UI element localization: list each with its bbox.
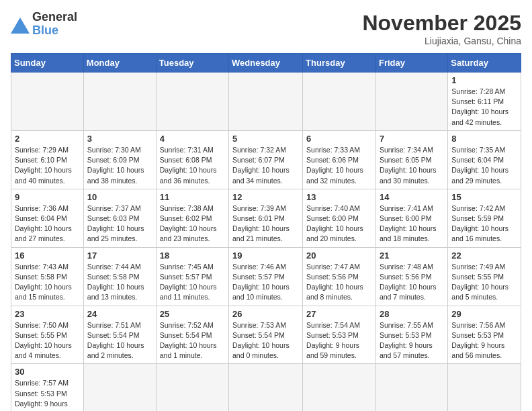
day-info: Sunrise: 7:32 AM Sunset: 6:07 PM Dayligh… bbox=[232, 145, 299, 186]
day-info: Sunrise: 7:43 AM Sunset: 5:58 PM Dayligh… bbox=[15, 262, 80, 303]
calendar-cell: 16Sunrise: 7:43 AM Sunset: 5:58 PM Dayli… bbox=[11, 247, 84, 306]
day-info: Sunrise: 7:56 AM Sunset: 5:53 PM Dayligh… bbox=[451, 320, 517, 361]
calendar-cell bbox=[303, 364, 376, 411]
day-info: Sunrise: 7:41 AM Sunset: 6:00 PM Dayligh… bbox=[380, 203, 444, 244]
calendar-cell: 26Sunrise: 7:53 AM Sunset: 5:54 PM Dayli… bbox=[229, 306, 303, 364]
day-info: Sunrise: 7:52 AM Sunset: 5:54 PM Dayligh… bbox=[160, 320, 225, 361]
title-block: November 2025 Liujiaxia, Gansu, China bbox=[362, 11, 521, 46]
day-info: Sunrise: 7:31 AM Sunset: 6:08 PM Dayligh… bbox=[160, 145, 225, 186]
day-number: 21 bbox=[380, 250, 444, 261]
day-number: 20 bbox=[306, 250, 372, 261]
calendar-cell: 13Sunrise: 7:40 AM Sunset: 6:00 PM Dayli… bbox=[303, 189, 376, 247]
calendar-cell: 24Sunrise: 7:51 AM Sunset: 5:54 PM Dayli… bbox=[83, 306, 156, 364]
calendar-cell: 27Sunrise: 7:54 AM Sunset: 5:53 PM Dayli… bbox=[303, 306, 376, 364]
day-number: 12 bbox=[232, 192, 299, 202]
calendar-table: SundayMondayTuesdayWednesdayThursdayFrid… bbox=[11, 53, 521, 411]
day-info: Sunrise: 7:49 AM Sunset: 5:55 PM Dayligh… bbox=[451, 262, 517, 303]
location: Liujiaxia, Gansu, China bbox=[362, 36, 521, 46]
calendar-week-row: 9Sunrise: 7:36 AM Sunset: 6:04 PM Daylig… bbox=[11, 189, 521, 247]
day-info: Sunrise: 7:28 AM Sunset: 6:11 PM Dayligh… bbox=[451, 87, 517, 128]
day-number: 29 bbox=[451, 309, 517, 319]
day-number: 24 bbox=[87, 309, 152, 319]
day-info: Sunrise: 7:37 AM Sunset: 6:03 PM Dayligh… bbox=[87, 203, 152, 244]
calendar-cell: 20Sunrise: 7:47 AM Sunset: 5:56 PM Dayli… bbox=[303, 247, 376, 306]
calendar-week-row: 2Sunrise: 7:29 AM Sunset: 6:10 PM Daylig… bbox=[11, 130, 521, 189]
day-info: Sunrise: 7:46 AM Sunset: 5:57 PM Dayligh… bbox=[232, 262, 299, 303]
day-number: 18 bbox=[160, 250, 225, 261]
day-info: Sunrise: 7:42 AM Sunset: 5:59 PM Dayligh… bbox=[451, 203, 517, 244]
calendar-cell: 30Sunrise: 7:57 AM Sunset: 5:53 PM Dayli… bbox=[11, 364, 84, 411]
calendar-week-row: 1Sunrise: 7:28 AM Sunset: 6:11 PM Daylig… bbox=[11, 73, 521, 131]
day-info: Sunrise: 7:36 AM Sunset: 6:04 PM Dayligh… bbox=[15, 203, 80, 244]
calendar-cell: 23Sunrise: 7:50 AM Sunset: 5:55 PM Dayli… bbox=[11, 306, 84, 364]
calendar-header-row: SundayMondayTuesdayWednesdayThursdayFrid… bbox=[11, 54, 521, 73]
day-number: 5 bbox=[232, 134, 299, 144]
calendar-cell: 5Sunrise: 7:32 AM Sunset: 6:07 PM Daylig… bbox=[229, 130, 303, 189]
day-header-tuesday: Tuesday bbox=[156, 54, 228, 73]
day-header-friday: Friday bbox=[375, 54, 447, 73]
day-header-sunday: Sunday bbox=[11, 54, 84, 73]
day-number: 7 bbox=[380, 134, 444, 144]
day-header-saturday: Saturday bbox=[448, 54, 521, 73]
calendar-cell bbox=[156, 364, 228, 411]
calendar-cell: 4Sunrise: 7:31 AM Sunset: 6:08 PM Daylig… bbox=[156, 130, 228, 189]
calendar-cell: 7Sunrise: 7:34 AM Sunset: 6:05 PM Daylig… bbox=[375, 130, 447, 189]
day-number: 6 bbox=[306, 134, 372, 144]
day-info: Sunrise: 7:53 AM Sunset: 5:54 PM Dayligh… bbox=[232, 320, 299, 361]
calendar-cell: 28Sunrise: 7:55 AM Sunset: 5:53 PM Dayli… bbox=[375, 306, 447, 364]
day-number: 23 bbox=[15, 309, 80, 319]
day-info: Sunrise: 7:57 AM Sunset: 5:53 PM Dayligh… bbox=[15, 378, 80, 411]
calendar-week-row: 23Sunrise: 7:50 AM Sunset: 5:55 PM Dayli… bbox=[11, 306, 521, 364]
day-info: Sunrise: 7:55 AM Sunset: 5:53 PM Dayligh… bbox=[380, 320, 444, 361]
calendar-week-row: 16Sunrise: 7:43 AM Sunset: 5:58 PM Dayli… bbox=[11, 247, 521, 306]
calendar-cell: 6Sunrise: 7:33 AM Sunset: 6:06 PM Daylig… bbox=[303, 130, 376, 189]
day-number: 17 bbox=[87, 250, 152, 261]
logo-text: GeneralBlue bbox=[32, 11, 77, 38]
day-number: 8 bbox=[451, 134, 517, 144]
day-number: 4 bbox=[160, 134, 225, 144]
calendar-cell: 9Sunrise: 7:36 AM Sunset: 6:04 PM Daylig… bbox=[11, 189, 84, 247]
calendar-cell: 17Sunrise: 7:44 AM Sunset: 5:58 PM Dayli… bbox=[83, 247, 156, 306]
day-info: Sunrise: 7:35 AM Sunset: 6:04 PM Dayligh… bbox=[451, 145, 517, 186]
calendar-cell: 1Sunrise: 7:28 AM Sunset: 6:11 PM Daylig… bbox=[448, 73, 521, 131]
day-number: 1 bbox=[451, 75, 517, 85]
day-number: 9 bbox=[15, 192, 80, 202]
day-number: 16 bbox=[15, 250, 80, 261]
day-number: 30 bbox=[15, 367, 80, 377]
day-number: 25 bbox=[160, 309, 225, 319]
day-header-thursday: Thursday bbox=[303, 54, 376, 73]
day-number: 22 bbox=[451, 250, 517, 261]
day-info: Sunrise: 7:39 AM Sunset: 6:01 PM Dayligh… bbox=[232, 203, 299, 244]
day-number: 15 bbox=[451, 192, 517, 202]
calendar-cell: 11Sunrise: 7:38 AM Sunset: 6:02 PM Dayli… bbox=[156, 189, 228, 247]
day-info: Sunrise: 7:34 AM Sunset: 6:05 PM Dayligh… bbox=[380, 145, 444, 186]
day-number: 13 bbox=[306, 192, 372, 202]
calendar-cell bbox=[303, 73, 376, 131]
calendar-cell bbox=[375, 364, 447, 411]
calendar-cell bbox=[83, 364, 156, 411]
day-number: 27 bbox=[306, 309, 372, 319]
day-info: Sunrise: 7:44 AM Sunset: 5:58 PM Dayligh… bbox=[87, 262, 152, 303]
calendar-week-row: 30Sunrise: 7:57 AM Sunset: 5:53 PM Dayli… bbox=[11, 364, 521, 411]
calendar-cell: 29Sunrise: 7:56 AM Sunset: 5:53 PM Dayli… bbox=[448, 306, 521, 364]
day-number: 19 bbox=[232, 250, 299, 261]
day-number: 26 bbox=[232, 309, 299, 319]
day-number: 11 bbox=[160, 192, 225, 202]
day-info: Sunrise: 7:50 AM Sunset: 5:55 PM Dayligh… bbox=[15, 320, 80, 361]
calendar-cell: 14Sunrise: 7:41 AM Sunset: 6:00 PM Dayli… bbox=[375, 189, 447, 247]
calendar-cell bbox=[448, 364, 521, 411]
day-number: 28 bbox=[380, 309, 444, 319]
calendar-cell: 2Sunrise: 7:29 AM Sunset: 6:10 PM Daylig… bbox=[11, 130, 84, 189]
calendar-cell: 25Sunrise: 7:52 AM Sunset: 5:54 PM Dayli… bbox=[156, 306, 228, 364]
day-info: Sunrise: 7:29 AM Sunset: 6:10 PM Dayligh… bbox=[15, 145, 80, 186]
calendar-cell: 10Sunrise: 7:37 AM Sunset: 6:03 PM Dayli… bbox=[83, 189, 156, 247]
day-number: 14 bbox=[380, 192, 444, 202]
day-header-wednesday: Wednesday bbox=[229, 54, 303, 73]
calendar-cell bbox=[11, 73, 84, 131]
calendar-cell bbox=[375, 73, 447, 131]
day-info: Sunrise: 7:54 AM Sunset: 5:53 PM Dayligh… bbox=[306, 320, 372, 361]
calendar-cell bbox=[229, 73, 303, 131]
calendar-cell bbox=[83, 73, 156, 131]
day-number: 3 bbox=[87, 134, 152, 144]
day-info: Sunrise: 7:47 AM Sunset: 5:56 PM Dayligh… bbox=[306, 262, 372, 303]
